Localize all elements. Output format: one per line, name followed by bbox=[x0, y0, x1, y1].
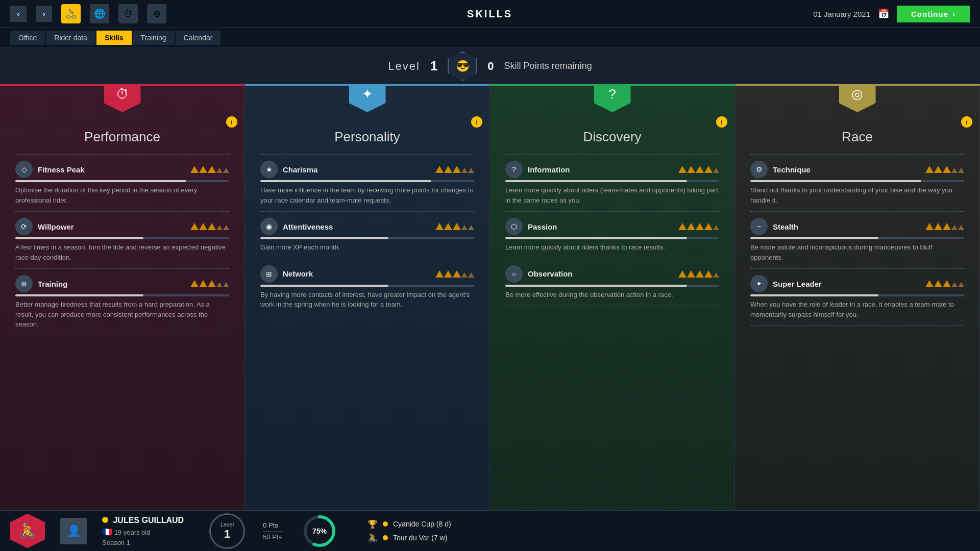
rider-info: JULES GUILLAUD 🇫🇷 19 years old Season 1 bbox=[102, 516, 184, 546]
pts-total: 50 Pts bbox=[263, 531, 282, 541]
super-leader-icon: ✦ bbox=[750, 275, 768, 292]
level-bar: Level 1 😎 0 Skill Points remaining bbox=[0, 48, 980, 84]
card-performance: ⏱ i Performance ◇ Fitness Peak Optimise … bbox=[0, 84, 245, 510]
fitness-peak-stars bbox=[190, 166, 229, 173]
discovery-hex-icon: ? bbox=[594, 84, 631, 112]
stats-nav-button[interactable]: ⊕ bbox=[147, 4, 166, 23]
network-name: Network bbox=[283, 269, 430, 278]
skill-willpower: ⟳ Willpower A few times in a season, tur… bbox=[15, 218, 229, 262]
technique-desc: Stand out thanks to your understanding o… bbox=[750, 185, 964, 205]
training-desc: Better manage tiredness that results fro… bbox=[15, 299, 229, 330]
training-icon: ⊕ bbox=[15, 275, 33, 292]
passion-icon: ⬡ bbox=[505, 218, 523, 235]
race-info-button[interactable]: i bbox=[961, 116, 972, 128]
bottom-bar: 🚴 👤 JULES GUILLAUD 🇫🇷 19 years old Seaso… bbox=[0, 510, 980, 551]
skill-stealth: ~ Stealth Be more astute and inconspicuo… bbox=[750, 218, 964, 262]
level-circle-num: 1 bbox=[224, 528, 230, 541]
observation-icon: ○ bbox=[505, 265, 523, 283]
observation-desc: Be more effective during the observation… bbox=[505, 290, 719, 300]
stealth-stars bbox=[925, 223, 964, 230]
super-leader-stars bbox=[925, 280, 964, 287]
attentiveness-icon: ◉ bbox=[260, 218, 278, 235]
calendar-icon[interactable]: 📅 bbox=[878, 8, 889, 19]
globe-nav-button[interactable]: 🌐 bbox=[90, 4, 109, 23]
personality-info-button[interactable]: i bbox=[471, 116, 482, 128]
tab-skills[interactable]: Skills bbox=[96, 31, 132, 45]
charisma-name: Charisma bbox=[283, 165, 430, 174]
rider-age: 🇫🇷 19 years old bbox=[102, 527, 184, 537]
race-dot-2 bbox=[383, 535, 388, 540]
continue-button[interactable]: Continue › bbox=[897, 6, 970, 22]
discovery-title: Discovery bbox=[505, 129, 719, 145]
nav-tabs: Office Rider data Skills Training Calend… bbox=[10, 31, 220, 45]
attentiveness-stars bbox=[435, 223, 474, 230]
discovery-info-button[interactable]: i bbox=[716, 116, 727, 128]
willpower-desc: A few times in a season, turn the tide a… bbox=[15, 242, 229, 262]
level-circle: Level 1 bbox=[209, 513, 245, 549]
skill-information: ? Information Learn more quickly about r… bbox=[505, 161, 719, 205]
information-desc: Learn more quickly about riders (team-ma… bbox=[505, 185, 719, 205]
race-title: Race bbox=[750, 129, 964, 145]
rider-team-jersey: 🚴 bbox=[10, 514, 45, 548]
forward-button[interactable]: › bbox=[36, 6, 52, 22]
passion-desc: Learn more quickly about riders thanks t… bbox=[505, 242, 719, 253]
network-icon: ⊞ bbox=[260, 265, 278, 283]
skill-network: ⊞ Network By having more contacts of int… bbox=[260, 265, 474, 310]
skill-attentiveness: ◉ Attentiveness Gain more XP each month. bbox=[260, 218, 474, 253]
observation-stars bbox=[678, 270, 719, 278]
technique-name: Technique bbox=[773, 165, 920, 174]
rider-nav-button[interactable]: 🚴 bbox=[61, 4, 81, 23]
tab-calendar[interactable]: Calendar bbox=[176, 31, 221, 45]
personality-title: Personality bbox=[260, 129, 474, 145]
top-bar: ‹ › 🚴 🌐 ⏱ ⊕ SKILLS 01 January 2021 📅 Con… bbox=[0, 0, 980, 28]
trophy-icon: 🏆 bbox=[368, 519, 378, 529]
charisma-stars bbox=[435, 166, 474, 173]
date-display: 01 January 2021 bbox=[813, 10, 870, 18]
charisma-desc: Have more influence in the team by recei… bbox=[260, 185, 474, 205]
information-name: Information bbox=[528, 165, 673, 174]
information-icon: ? bbox=[505, 161, 523, 178]
information-stars bbox=[678, 166, 719, 173]
fitness-peak-desc: Optimise the duration of this key period… bbox=[15, 185, 229, 205]
nav-row: Office Rider data Skills Training Calend… bbox=[0, 28, 980, 48]
skill-points-label: Skill Points remaining bbox=[504, 61, 592, 71]
progress-pct: 75% bbox=[312, 527, 327, 535]
tab-training[interactable]: Training bbox=[133, 31, 175, 45]
back-button[interactable]: ‹ bbox=[10, 6, 27, 22]
tab-office[interactable]: Office bbox=[10, 31, 45, 45]
personality-hex-icon: ✦ bbox=[349, 84, 386, 112]
stealth-desc: Be more astute and inconspicuous during … bbox=[750, 242, 964, 262]
top-bar-right: 01 January 2021 📅 Continue › bbox=[813, 6, 970, 22]
card-personality: ✦ i Personality ★ Charisma Have more inf… bbox=[245, 84, 490, 510]
performance-hex-icon: ⏱ bbox=[104, 84, 141, 112]
stealth-icon: ~ bbox=[750, 218, 768, 235]
clock-nav-button[interactable]: ⏱ bbox=[118, 4, 138, 23]
network-stars bbox=[435, 270, 474, 278]
skill-charisma: ★ Charisma Have more influence in the te… bbox=[260, 161, 474, 205]
skill-passion: ⬡ Passion Learn more quickly about rider… bbox=[505, 218, 719, 253]
technique-icon: ⚙ bbox=[750, 161, 768, 178]
observation-name: Observation bbox=[528, 269, 673, 278]
skill-technique: ⚙ Technique Stand out thanks to your und… bbox=[750, 161, 964, 205]
pts-info: 0 Pts 50 Pts bbox=[263, 521, 282, 541]
rider-status-dot bbox=[102, 517, 108, 523]
willpower-stars bbox=[190, 223, 229, 230]
level-label: Level bbox=[388, 60, 420, 73]
performance-info-button[interactable]: i bbox=[226, 116, 237, 128]
race-name-2: Tour du Var (7 w) bbox=[393, 534, 447, 542]
level-number: 1 bbox=[430, 58, 437, 74]
race-dot-1 bbox=[383, 521, 388, 527]
willpower-name: Willpower bbox=[38, 222, 185, 231]
attentiveness-desc: Gain more XP each month. bbox=[260, 242, 474, 253]
skill-super-leader: ✦ Super Leader When you have the role of… bbox=[750, 275, 964, 319]
technique-stars bbox=[925, 166, 964, 173]
race-row-1: 🏆 Cyanide Cup (8 d) bbox=[368, 519, 970, 529]
card-discovery: ? i Discovery ? Information Learn more q… bbox=[490, 84, 735, 510]
progress-circle: 75% bbox=[302, 514, 337, 548]
training-name: Training bbox=[38, 280, 185, 288]
cycling-icon: 🚴 bbox=[368, 533, 378, 543]
performance-title: Performance bbox=[15, 129, 229, 145]
tab-rider-data[interactable]: Rider data bbox=[46, 31, 95, 45]
rider-name: JULES GUILLAUD bbox=[102, 516, 184, 525]
races-info: 🏆 Cyanide Cup (8 d) 🚴 Tour du Var (7 w) bbox=[368, 519, 970, 543]
